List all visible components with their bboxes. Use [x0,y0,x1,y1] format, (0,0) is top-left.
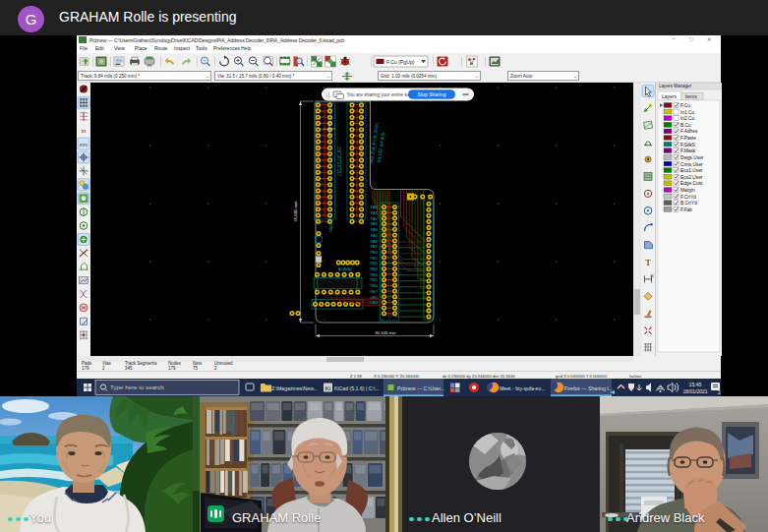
svg-text:F.Adhes: F.Adhes [680,129,698,134]
svg-text:T: T [645,258,651,267]
svg-text:Ki: Ki [325,385,331,391]
svg-text:Cmts.User: Cmts.User [680,161,703,166]
svg-text:Eco1.User: Eco1.User [680,168,703,173]
svg-text:PA7: PA7 [371,244,379,249]
svg-text:PA3: PA3 [371,221,379,226]
svg-text:15:45: 15:45 [689,382,702,387]
svg-text:Pcbnew — C:\User...: Pcbnew — C:\User... [397,385,444,391]
svg-text:Edge.Cuts: Edge.Cuts [680,181,703,186]
svg-text:PB3: PB3 [370,266,378,271]
svg-text:Firefox — Sharing I...: Firefox — Sharing I... [564,385,613,391]
svg-text:Margin: Margin [680,188,695,193]
svg-text:In2.Cu: In2.Cu [680,116,694,121]
svg-text:A5 A6 A7: A5 A6 A7 [338,267,352,271]
svg-text:PB2: PB2 [370,261,378,266]
svg-text:CB2: CB2 [370,300,379,305]
svg-text:F.SilkS: F.SilkS [680,142,695,147]
svg-text:B.CrtYd: B.CrtYd [680,201,697,206]
svg-text:KiCad (5.1.6) | C:\...: KiCad (5.1.6) | C:\... [334,385,380,391]
svg-text:CB1: CB1 [370,294,379,299]
svg-text:PA6: PA6 [371,238,379,243]
svg-text:F.Cu (PgUp): F.Cu (PgUp) [386,59,415,65]
svg-text:Meet - bty-qufa-ev...: Meet - bty-qufa-ev... [500,385,545,391]
svg-text:PB1: PB1 [370,255,378,260]
svg-text:GND A4: GND A4 [329,219,333,232]
svg-text:PA2: PA2 [371,215,379,220]
svg-text:PB6: PB6 [370,283,378,288]
svg-text:Eco2.User: Eco2.User [680,174,703,179]
svg-text:Stop Sharing: Stop Sharing [418,91,446,97]
svg-text:JICJICJICJIC: JICJICJICJIC [336,146,342,175]
svg-text:95.885 mm: 95.885 mm [293,201,298,221]
svg-text:F.Mask: F.Mask [680,148,696,153]
svg-text:PA0: PA0 [371,205,379,209]
svg-text:B.Cu: B.Cu [680,122,691,127]
svg-text:18/01/2021: 18/01/2021 [682,388,707,394]
svg-text:F.Paste: F.Paste [680,136,696,141]
svg-text:PB4: PB4 [370,271,378,276]
svg-text:80.345 mm: 80.345 mm [376,329,396,334]
svg-text:Layers Manager: Layers Manager [659,84,692,89]
svg-text:21: 21 [718,390,721,395]
svg-text:Dwgs.User: Dwgs.User [680,154,704,159]
svg-text:N: N [651,273,654,278]
svg-text:Type here to search: Type here to search [110,384,164,390]
svg-text:in: in [82,128,87,134]
svg-text:F.Fab: F.Fab [680,207,692,211]
svg-text:Z:\Magazines\New...: Z:\Magazines\New... [271,385,318,391]
svg-text:PB7: PB7 [370,288,378,293]
svg-text:mm: mm [80,142,88,148]
svg-text:Layers: Layers [662,92,678,98]
svg-text:PB0: PB0 [370,249,378,254]
svg-text:F.Cu: F.Cu [680,102,690,107]
svg-text:Items: Items [685,92,698,98]
svg-text:PA1: PA1 [371,210,379,215]
svg-text:PB5: PB5 [370,277,378,282]
svg-text:F.CrtYd: F.CrtYd [680,194,696,199]
svg-text:In1.Cu: In1.Cu [680,109,694,114]
svg-text:PA4: PA4 [371,227,379,232]
svg-text:PA5: PA5 [371,232,379,237]
